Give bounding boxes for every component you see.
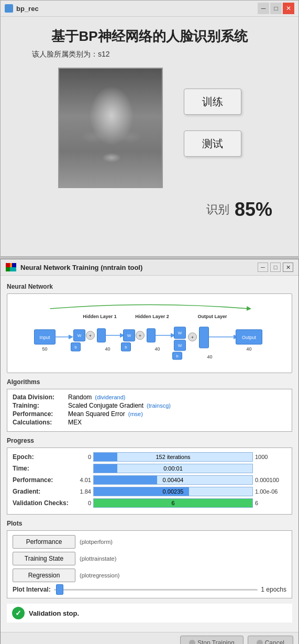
algo-sub-perf: (mse) <box>128 411 143 417</box>
plot-btn-performance[interactable]: Performance <box>13 535 75 549</box>
prog-left-gradient: 1.84 <box>72 488 91 495</box>
bottom-buttons: Stop Training Cancel <box>1 632 298 644</box>
prog-bar-epoch: 152 iterations <box>93 452 253 462</box>
cancel-button[interactable]: Cancel <box>248 636 293 644</box>
face-image <box>58 68 163 188</box>
progress-row-performance: Performance: 4.01 0.00404 0.000100 <box>13 475 286 485</box>
progress-box: Epoch: 0 152 iterations 1000 Time: 0:00:… <box>7 447 292 515</box>
nn-diagram-box: Input 50 Hidden Layer 1 W + b 40 Hidden … <box>7 293 292 373</box>
svg-text:+: + <box>139 333 141 339</box>
prog-left-validation: 0 <box>72 500 91 506</box>
prog-key-validation: Validation Checks: <box>13 499 70 507</box>
plot-row-performance: Performance (plotperform) <box>13 535 286 549</box>
plot-link-training-state: (plottrainstate) <box>80 555 116 562</box>
cancel-icon <box>257 640 263 644</box>
maximize-button[interactable]: □ <box>270 3 282 14</box>
plot-link-regression: (plotregression) <box>80 572 119 578</box>
nn-title-text: Neural Network Training (nntrain tool) <box>20 264 142 271</box>
svg-text:Output Layer: Output Layer <box>197 314 227 319</box>
prog-key-epoch: Epoch: <box>13 453 70 461</box>
prog-bar-time-text: 0:00:01 <box>94 464 252 473</box>
prog-right-performance: 0.000100 <box>255 477 286 483</box>
recognition-row: 识别 85% <box>16 199 283 221</box>
nn-maximize-button[interactable]: □ <box>270 263 281 272</box>
algo-row-calc: Calculations: MEX <box>13 419 286 426</box>
matlab-icon <box>6 263 16 271</box>
svg-text:Hidden Layer 2: Hidden Layer 2 <box>135 314 169 319</box>
svg-text:40: 40 <box>246 346 251 352</box>
plots-label: Plots <box>7 520 292 527</box>
algo-val-division: Random <box>68 394 92 401</box>
algo-row-training: Training: Scaled Conjugate Gradient (tra… <box>13 402 286 409</box>
plot-btn-regression[interactable]: Regression <box>13 569 75 582</box>
app-title: bp_rec <box>16 5 39 13</box>
nn-section-label: Neural Network <box>7 283 292 290</box>
nn-minimize-button[interactable]: ─ <box>258 263 268 272</box>
nn-close-button[interactable]: ✕ <box>283 263 293 272</box>
minimize-button[interactable]: ─ <box>258 3 269 14</box>
svg-text:W: W <box>77 333 82 338</box>
algo-key-training: Training: <box>13 402 65 409</box>
prog-left-performance: 4.01 <box>72 477 91 483</box>
close-button[interactable]: ✕ <box>283 3 294 14</box>
svg-rect-2 <box>12 263 16 267</box>
stop-training-button[interactable]: Stop Training <box>180 636 243 644</box>
prog-right-gradient: 1.00e-06 <box>255 488 286 495</box>
svg-rect-0 <box>6 263 10 267</box>
algo-sub-division: (dividerand) <box>95 394 125 400</box>
svg-text:40: 40 <box>207 354 212 359</box>
prog-bar-time: 0:00:01 <box>93 464 253 473</box>
svg-rect-1 <box>10 263 12 267</box>
progress-row-epoch: Epoch: 0 152 iterations 1000 <box>13 452 286 462</box>
prog-bar-validation: 6 <box>93 498 253 508</box>
algorithms-label: Algorithms <box>7 378 292 386</box>
svg-rect-27 <box>147 329 156 342</box>
algo-val-training: Scaled Conjugate Gradient <box>68 402 143 409</box>
prog-bar-performance: 0.00404 <box>93 475 253 485</box>
stop-training-label: Stop Training <box>197 639 235 644</box>
svg-text:W: W <box>127 333 131 338</box>
slider-thumb[interactable] <box>56 584 63 595</box>
svg-text:40: 40 <box>105 346 110 352</box>
progress-row-time: Time: 0:00:01 <box>13 464 286 473</box>
top-panel: bp_rec ─ □ ✕ 基于BP神经网络的人脸识别系统 该人脸所属类别为：s1… <box>0 0 299 257</box>
svg-text:Output: Output <box>242 335 257 340</box>
svg-text:+: + <box>89 333 92 339</box>
top-content: 基于BP神经网络的人脸识别系统 该人脸所属类别为：s12 训练 测试 识别 85… <box>1 17 298 231</box>
progress-label: Progress <box>7 437 292 444</box>
svg-rect-17 <box>97 329 106 342</box>
svg-rect-3 <box>6 267 10 271</box>
main-title: 基于BP神经网络的人脸识别系统 <box>51 27 247 46</box>
test-button[interactable]: 测试 <box>184 130 241 157</box>
algo-row-perf: Performance: Mean Squared Error (mse) <box>13 410 286 418</box>
nn-diagram-svg: Input 50 Hidden Layer 1 W + b 40 Hidden … <box>12 298 287 366</box>
prog-key-time: Time: <box>13 465 70 472</box>
nn-title-bar: Neural Network Training (nntrain tool) ─… <box>1 259 298 276</box>
recognition-value: 85% <box>235 199 272 221</box>
buttons-col: 训练 测试 <box>184 89 241 157</box>
prog-bar-gradient: 0.00235 <box>93 487 253 496</box>
train-button[interactable]: 训练 <box>184 89 241 115</box>
nn-body: Neural Network Input 50 <box>1 276 298 632</box>
svg-text:40: 40 <box>154 346 160 352</box>
svg-rect-4 <box>10 267 16 271</box>
bottom-panel: Neural Network Training (nntrain tool) ─… <box>0 259 299 644</box>
check-icon: ✓ <box>12 607 25 619</box>
plot-interval-slider[interactable] <box>54 585 258 594</box>
algo-val-calc: MEX <box>68 419 82 426</box>
algorithms-box: Data Division: Random (dividerand) Train… <box>7 389 292 432</box>
plot-row-regression: Regression (plotregression) <box>13 569 286 582</box>
progress-row-validation: Validation Checks: 0 6 6 <box>13 498 286 508</box>
algo-val-perf: Mean Squared Error <box>68 410 125 418</box>
plot-interval-label: Plot Interval: <box>13 586 51 593</box>
plot-link-performance: (plotperform) <box>80 539 113 545</box>
plot-btn-training-state[interactable]: Training State <box>13 552 75 565</box>
app-icon <box>5 4 13 13</box>
svg-text:+: + <box>191 335 194 340</box>
svg-text:W: W <box>178 331 182 335</box>
recognition-label: 识别 <box>206 202 229 217</box>
svg-text:b: b <box>176 354 179 358</box>
prog-right-epoch: 1000 <box>255 454 286 460</box>
validation-stop-text: Validation stop. <box>29 609 79 617</box>
svg-text:Input: Input <box>39 335 50 340</box>
